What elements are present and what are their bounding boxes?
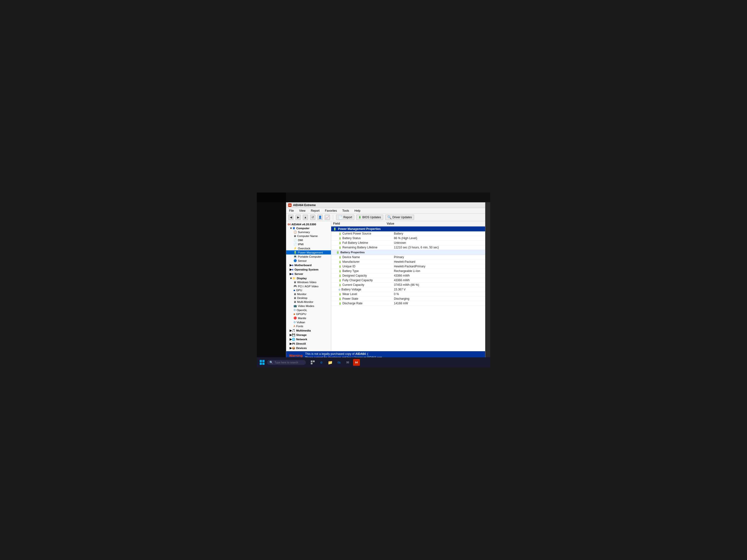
sidebar-item-desktop[interactable]: 🖥 Desktop bbox=[286, 296, 331, 300]
dev-label: Devices bbox=[296, 347, 307, 349]
sidebar-item-display[interactable]: ▼ 📁 Display bbox=[286, 276, 331, 280]
sidebar-root-label: AIDA64 v6.20.5300 bbox=[291, 223, 316, 226]
sidebar-item-network[interactable]: ▶ 🌐 Network bbox=[286, 337, 331, 341]
field-label: Wear Level bbox=[342, 292, 357, 296]
sidebar-item-vulkan[interactable]: ⊙ Vulkan bbox=[286, 320, 331, 324]
sidebar-item-ipmi[interactable]: 📄 IPMI bbox=[286, 242, 331, 246]
up-button[interactable]: ▲ bbox=[303, 215, 308, 220]
field-icon: 🔋 bbox=[338, 237, 341, 240]
menu-favorites[interactable]: Favorites bbox=[324, 209, 338, 213]
desktop-label: Desktop bbox=[297, 296, 307, 299]
field-icon: ⊙ bbox=[338, 288, 340, 291]
value-wear-level: 0 % bbox=[392, 292, 483, 296]
taskbar-mail[interactable]: ✉ bbox=[344, 359, 351, 366]
sidebar-item-fonts[interactable]: A Fonts bbox=[286, 324, 331, 328]
sidebar-item-multi-monitor[interactable]: 🖥 Multi-Monitor bbox=[286, 300, 331, 304]
menu-bar: File View Report Favorites Tools Help bbox=[286, 208, 485, 214]
computer-icon: 🖥 bbox=[292, 227, 295, 230]
sidebar-item-gpgpu[interactable]: ■ GPGPU bbox=[286, 312, 331, 316]
menu-view[interactable]: View bbox=[298, 209, 306, 213]
menu-file[interactable]: File bbox=[288, 209, 295, 213]
report-button[interactable]: 📄 Report bbox=[336, 215, 354, 220]
sidebar-item-summary[interactable]: 📋 Summary bbox=[286, 230, 331, 234]
gpu-label: GPU bbox=[296, 289, 302, 292]
start-button[interactable] bbox=[259, 359, 265, 366]
search-icon: 🔍 bbox=[269, 361, 273, 364]
taskbar-store[interactable]: 🛍 bbox=[336, 359, 342, 366]
mail-icon: ✉ bbox=[346, 361, 349, 364]
field-manufacturer: 🔋 Manufacturer bbox=[338, 260, 392, 264]
sidebar-item-opengl[interactable]: ⊙ OpenGL bbox=[286, 308, 331, 312]
menu-report[interactable]: Report bbox=[310, 209, 320, 213]
table-row: 🔋 Battery Type Rechargeable Li-Ion bbox=[331, 269, 485, 273]
value-unique-id: Hewlett-PackardPrimary bbox=[392, 265, 483, 268]
sidebar-item-storage[interactable]: ▶ 💾 Storage bbox=[286, 332, 331, 337]
mb-icon: ■ bbox=[292, 264, 293, 267]
sensor-label: Sensor bbox=[298, 259, 307, 262]
gpgpu-icon: ■ bbox=[293, 313, 295, 316]
sidebar-item-computer-name[interactable]: 🖥 Computer Name bbox=[286, 234, 331, 238]
sidebar-item-portable-computer[interactable]: 💻 Portable Computer bbox=[286, 255, 331, 259]
sidebar-item-dmi[interactable]: 📄 DMI bbox=[286, 238, 331, 242]
svg-rect-0 bbox=[311, 361, 312, 362]
table-row: 🔋 Device Name Primary bbox=[331, 255, 485, 260]
sidebar-item-gpu[interactable]: ■ GPU bbox=[286, 288, 331, 292]
sidebar-item-multimedia[interactable]: ▶ 🎵 Multimedia bbox=[286, 328, 331, 332]
menu-help[interactable]: Help bbox=[354, 209, 362, 213]
menu-tools[interactable]: Tools bbox=[341, 209, 350, 213]
computer-name-icon: 🖥 bbox=[293, 235, 296, 237]
table-row: 🔋 Discharge Rate 14168 mW bbox=[331, 301, 485, 306]
battery-section-icon: 🔋 bbox=[336, 250, 339, 254]
refresh-button[interactable]: ↺ bbox=[310, 215, 315, 220]
mantle-icon: 🔴 bbox=[293, 317, 297, 320]
sidebar-item-monitor[interactable]: 🖥 Monitor bbox=[286, 292, 331, 296]
field-label: Power State bbox=[342, 297, 358, 300]
app-title: AIDA64 Extreme bbox=[293, 204, 316, 207]
title-bar: 64 AIDA64 Extreme bbox=[286, 203, 485, 208]
table-row: ⊙ Battery Voltage 15.367 V bbox=[331, 287, 485, 292]
sidebar-item-directx[interactable]: ▶ 🎮 DirectX bbox=[286, 341, 331, 346]
sidebar-item-devices[interactable]: ▶ 📦 Devices bbox=[286, 346, 331, 350]
taskbar-search[interactable]: 🔍 bbox=[267, 360, 306, 365]
field-icon: 🔋 bbox=[338, 270, 341, 272]
dx-label: DirectX bbox=[296, 342, 306, 345]
aida-taskbar-button[interactable]: 64 bbox=[353, 359, 360, 366]
sidebar-item-power-management[interactable]: 🔋 Power Management bbox=[286, 250, 331, 255]
table-row: 🔋 Manufacturer Hewlett-Packard bbox=[331, 260, 485, 264]
sidebar-item-os[interactable]: ▶ ■ Operating System bbox=[286, 267, 331, 271]
taskbar-task-view[interactable] bbox=[309, 359, 316, 366]
taskbar-explorer[interactable]: 📁 bbox=[327, 359, 334, 366]
search-input[interactable] bbox=[275, 361, 306, 364]
sidebar-item-computer[interactable]: ▼ 🖥 Computer bbox=[286, 226, 331, 230]
portable-label: Portable Computer bbox=[298, 255, 321, 258]
forward-button[interactable]: ▶ bbox=[295, 215, 301, 220]
field-icon: 🔋 bbox=[338, 279, 341, 282]
sidebar-item-video-modes[interactable]: 📺 Video Modes bbox=[286, 304, 331, 308]
sidebar-item-motherboard[interactable]: ▶ ■ Motherboard bbox=[286, 263, 331, 267]
net-label: Network bbox=[296, 338, 307, 341]
value-fully-charged-capacity: 43366 mWh bbox=[392, 278, 483, 282]
driver-updates-button[interactable]: 🔍 Driver Updates bbox=[385, 215, 414, 220]
chart-button[interactable]: 📈 bbox=[325, 215, 330, 220]
sidebar-item-overclock[interactable]: ⚡ Overclock bbox=[286, 246, 331, 250]
field-remaining-battery-lifetime: 🔋 Remaining Battery Lifetime bbox=[338, 246, 392, 249]
mult-label: Multimedia bbox=[296, 329, 311, 332]
sidebar-item-pci-agp[interactable]: 🎮 PCI / AGP Video bbox=[286, 284, 331, 288]
field-fully-charged-capacity: 🔋 Fully Charged Capacity bbox=[338, 278, 392, 282]
power-mgmt-icon: 🔋 bbox=[293, 251, 297, 254]
field-icon: 🔋 bbox=[338, 302, 341, 305]
user-button[interactable]: 👤 bbox=[317, 215, 323, 220]
sidebar-item-server[interactable]: ▶ ■ Server bbox=[286, 271, 331, 276]
display-children: 🖥 Windows Video 🎮 PCI / AGP Video ■ GPU bbox=[286, 280, 331, 328]
field-label: Battery Voltage bbox=[341, 288, 361, 291]
sidebar-item-sensor[interactable]: 🔵 Sensor bbox=[286, 259, 331, 263]
back-button[interactable]: ◀ bbox=[288, 215, 293, 220]
ipmi-label: IPMI bbox=[298, 243, 304, 246]
bios-updates-button[interactable]: ⬇ BIOS Updates bbox=[356, 215, 383, 220]
field-battery-voltage: ⊙ Battery Voltage bbox=[338, 288, 392, 291]
taskbar-edge[interactable]: e bbox=[318, 359, 325, 366]
sidebar-root-item[interactable]: 64 AIDA64 v6.20.5300 bbox=[286, 222, 331, 226]
sidebar-item-mantle[interactable]: 🔴 Mantle bbox=[286, 316, 331, 320]
mult-arrow: ▶ bbox=[290, 329, 292, 332]
sidebar-item-windows-video[interactable]: 🖥 Windows Video bbox=[286, 280, 331, 284]
